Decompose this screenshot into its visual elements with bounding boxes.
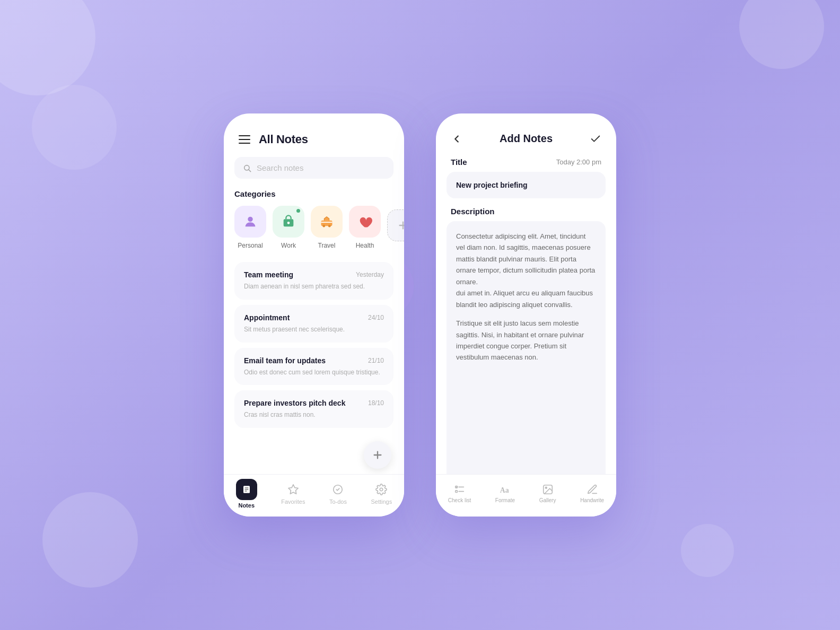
description-label: Description bbox=[436, 207, 616, 221]
note-4-preview: Cras nisl cras mattis non. bbox=[244, 410, 384, 419]
right-header: Add Notes bbox=[436, 113, 616, 155]
formate-label: Formate bbox=[495, 497, 515, 503]
desc-para-1: Consectetur adipiscing elit. Amet, tinci… bbox=[456, 231, 596, 310]
note-3-preview: Odio est donec cum sed lorem quisque tri… bbox=[244, 368, 384, 377]
phones-container: All Notes Search notes Categories bbox=[224, 113, 616, 517]
health-label: Health bbox=[356, 242, 374, 249]
note-4-title: Prepare investors pitch deck bbox=[244, 399, 345, 407]
add-notes-title: Add Notes bbox=[500, 133, 553, 145]
note-card-3[interactable]: Email team for updates 21/10 Odio est do… bbox=[234, 348, 393, 386]
nav-notes-label: Notes bbox=[238, 502, 255, 509]
svg-point-7 bbox=[328, 225, 331, 228]
svg-point-6 bbox=[322, 225, 325, 228]
categories-grid: Personal Work bbox=[224, 206, 404, 262]
category-health[interactable]: Health bbox=[349, 206, 381, 249]
svg-point-4 bbox=[287, 222, 290, 224]
personal-icon-wrap bbox=[234, 206, 266, 238]
category-travel[interactable]: Travel bbox=[311, 206, 343, 249]
note-card-2[interactable]: Appointment 24/10 Sit metus praesent nec… bbox=[234, 305, 393, 343]
todos-icon bbox=[331, 483, 345, 496]
favorites-icon bbox=[286, 483, 300, 496]
confirm-button[interactable] bbox=[590, 133, 601, 145]
right-phone-content: Add Notes Title Today 2:00 pm New projec… bbox=[436, 113, 616, 517]
note-2-date: 24/10 bbox=[368, 314, 384, 321]
search-bar[interactable]: Search notes bbox=[234, 157, 393, 179]
svg-point-25 bbox=[545, 487, 547, 488]
tool-gallery[interactable]: Gallery bbox=[539, 484, 556, 503]
nav-notes[interactable]: Notes bbox=[236, 479, 257, 509]
handwrite-label: Handwrite bbox=[580, 497, 604, 503]
note-1-title: Team meeting bbox=[244, 270, 293, 279]
bg-decoration-1 bbox=[0, 0, 95, 95]
svg-line-1 bbox=[249, 170, 251, 172]
tool-handwrite[interactable]: Handwrite bbox=[580, 484, 604, 503]
description-text: Consectetur adipiscing elit. Amet, tinci… bbox=[456, 231, 596, 363]
note-datetime: Today 2:00 pm bbox=[556, 158, 601, 166]
categories-label: Categories bbox=[224, 189, 404, 206]
note-3-date: 21/10 bbox=[368, 357, 384, 364]
phone-left: All Notes Search notes Categories bbox=[224, 113, 404, 517]
note-2-title: Appointment bbox=[244, 313, 290, 322]
work-dot bbox=[296, 209, 300, 213]
title-value: New project briefing bbox=[456, 181, 528, 189]
tool-formate[interactable]: Aa Formate bbox=[495, 484, 515, 503]
description-card[interactable]: Consectetur adipiscing elit. Amet, tinci… bbox=[447, 221, 606, 517]
add-icon-wrap bbox=[387, 209, 404, 241]
svg-text:Aa: Aa bbox=[500, 486, 509, 494]
svg-rect-21 bbox=[455, 491, 457, 493]
notes-icon-active bbox=[236, 479, 257, 500]
page-title: All Notes bbox=[259, 133, 308, 146]
title-input-card[interactable]: New project briefing bbox=[447, 172, 606, 198]
svg-point-18 bbox=[380, 488, 383, 491]
search-placeholder: Search notes bbox=[257, 163, 303, 172]
note-3-title: Email team for updates bbox=[244, 356, 326, 365]
search-icon bbox=[243, 164, 251, 172]
desc-para-2: Tristique sit elit justo lacus sem moles… bbox=[456, 318, 596, 363]
bg-decoration-3 bbox=[42, 492, 138, 588]
phone-right: Add Notes Title Today 2:00 pm New projec… bbox=[436, 113, 616, 517]
travel-label: Travel bbox=[318, 242, 336, 249]
gallery-label: Gallery bbox=[539, 497, 556, 503]
back-button[interactable] bbox=[451, 133, 462, 145]
title-row: Title Today 2:00 pm bbox=[436, 155, 616, 172]
nav-todos-label: To-dos bbox=[329, 498, 347, 505]
gallery-icon bbox=[542, 484, 554, 495]
checklist-label: Check list bbox=[448, 497, 471, 503]
work-icon-wrap bbox=[273, 206, 304, 238]
nav-favorites-label: Favorites bbox=[281, 498, 305, 505]
title-field-label: Title bbox=[451, 158, 467, 167]
checklist-icon bbox=[454, 484, 466, 495]
svg-rect-5 bbox=[321, 221, 332, 226]
note-card-1[interactable]: Team meeting Yesterday Diam aenean in ni… bbox=[234, 262, 393, 300]
left-header: All Notes bbox=[224, 113, 404, 157]
settings-icon bbox=[374, 483, 388, 496]
note-1-preview: Diam aenean in nisl sem pharetra sed sed… bbox=[244, 282, 384, 291]
health-icon-wrap bbox=[349, 206, 381, 238]
svg-point-2 bbox=[248, 217, 252, 222]
left-phone-content: All Notes Search notes Categories bbox=[224, 113, 404, 517]
nav-settings-label: Settings bbox=[371, 498, 392, 505]
category-add[interactable] bbox=[387, 209, 404, 246]
note-card-4[interactable]: Prepare investors pitch deck 18/10 Cras … bbox=[234, 390, 393, 428]
note-2-preview: Sit metus praesent nec scelerisque. bbox=[244, 325, 384, 334]
handwrite-icon bbox=[587, 484, 598, 495]
svg-marker-16 bbox=[288, 484, 298, 493]
tool-checklist[interactable]: Check list bbox=[448, 484, 471, 503]
bg-decoration-5 bbox=[739, 0, 824, 69]
menu-icon[interactable] bbox=[239, 135, 250, 144]
personal-label: Personal bbox=[238, 242, 262, 249]
category-work[interactable]: Work bbox=[273, 206, 304, 249]
nav-favorites[interactable]: Favorites bbox=[281, 483, 305, 505]
fab-add-button[interactable] bbox=[364, 441, 391, 469]
bg-decoration-2 bbox=[32, 85, 117, 170]
nav-todos[interactable]: To-dos bbox=[329, 483, 347, 505]
note-1-date: Yesterday bbox=[356, 271, 384, 278]
right-toolbar: Check list Aa Formate bbox=[436, 474, 616, 517]
travel-icon-wrap bbox=[311, 206, 343, 238]
nav-settings[interactable]: Settings bbox=[371, 483, 392, 505]
bottom-nav: Notes Favorites bbox=[224, 474, 404, 517]
category-personal[interactable]: Personal bbox=[234, 206, 266, 249]
work-label: Work bbox=[281, 242, 296, 249]
note-4-date: 18/10 bbox=[368, 399, 384, 407]
formate-icon: Aa bbox=[499, 484, 511, 495]
